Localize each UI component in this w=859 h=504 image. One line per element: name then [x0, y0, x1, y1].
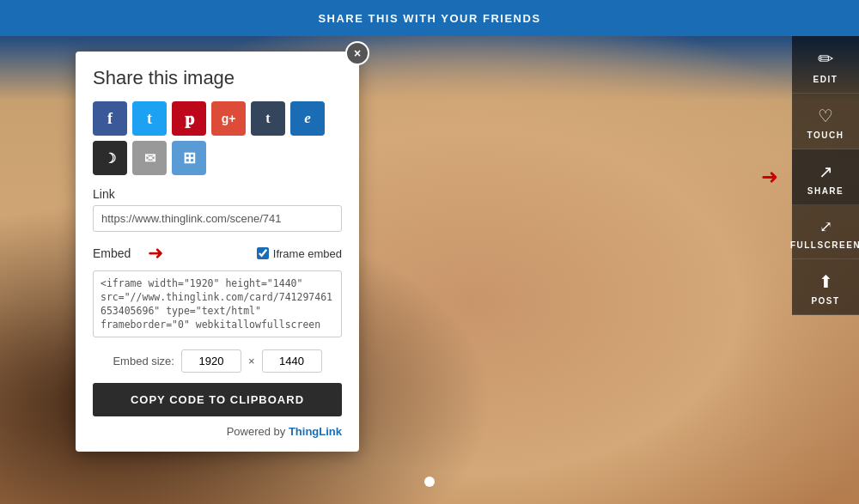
red-arrow-embed: ➜ — [148, 242, 163, 264]
touch-icon: ♡ — [818, 106, 833, 126]
grid-icon[interactable]: ⊞ — [172, 141, 206, 175]
thinglink-brand: ThingLink — [289, 425, 342, 438]
sidebar-item-touch[interactable]: ♡ TOUCH — [792, 94, 859, 149]
sidebar-item-edit[interactable]: ✏ EDIT — [792, 36, 859, 94]
embed-label: Embed — [93, 246, 131, 260]
post-label: POST — [811, 296, 839, 306]
googleplus-icon[interactable]: g+ — [211, 101, 246, 136]
pinterest-icon[interactable]: 𝐩 — [172, 101, 206, 136]
touch-label: TOUCH — [807, 131, 844, 140]
share-panel: × Share this image f t 𝐩 g+ t e ☽ ✉ ⊞ Li… — [76, 52, 359, 452]
iframe-embed-checkbox[interactable] — [257, 247, 269, 259]
moon-icon[interactable]: ☽ — [93, 141, 127, 175]
edit-label: EDIT — [813, 75, 838, 84]
link-label: Link — [93, 187, 342, 201]
powered-by: Powered by ThingLink — [93, 425, 342, 438]
fullscreen-icon: ⤢ — [819, 217, 832, 236]
embed-size-label: Embed size: — [113, 355, 174, 367]
embed-width-input[interactable] — [181, 349, 241, 373]
sidebar-item-post[interactable]: ⬆ POST — [792, 259, 859, 315]
dot-indicator — [424, 477, 435, 487]
email-e-icon[interactable]: e — [290, 101, 325, 136]
red-arrow-share: ➜ — [761, 165, 778, 189]
copy-button[interactable]: COPY CODE TO CLIPBOARD — [93, 383, 342, 416]
share-icon: ↗︎ — [819, 161, 833, 182]
embed-size-row: Embed size: × — [93, 349, 342, 373]
embed-height-input[interactable] — [262, 349, 322, 373]
share-label: SHARE — [807, 186, 844, 196]
right-sidebar: ✏ EDIT ♡ TOUCH ➜ ↗︎ SHARE ⤢ FULLSCREEN ⬆… — [792, 36, 859, 315]
panel-title: Share this image — [93, 67, 342, 89]
size-cross: × — [248, 355, 255, 367]
fullscreen-label: FULLSCREEN — [790, 240, 859, 250]
iframe-embed-label[interactable]: Iframe embed — [273, 247, 342, 260]
link-input[interactable] — [93, 205, 342, 232]
post-icon: ⬆ — [819, 271, 833, 292]
sidebar-item-share[interactable]: ➜ ↗︎ SHARE — [792, 149, 859, 205]
top-bar: SHARE THIS WITH YOUR FRIENDS — [0, 0, 859, 36]
embed-textarea[interactable]: <iframe width="1920" height="1440" src="… — [93, 270, 342, 337]
embed-header: Embed ➜ Iframe embed — [93, 242, 342, 264]
tumblr-icon[interactable]: t — [251, 101, 285, 136]
sidebar-item-fullscreen[interactable]: ⤢ FULLSCREEN — [792, 205, 859, 259]
twitter-icon[interactable]: t — [132, 101, 167, 136]
close-button[interactable]: × — [345, 41, 369, 65]
social-icons-row: f t 𝐩 g+ t e ☽ ✉ ⊞ — [93, 101, 342, 175]
mail-icon[interactable]: ✉ — [132, 141, 167, 175]
facebook-icon[interactable]: f — [93, 101, 127, 136]
iframe-checkbox-container: Iframe embed — [257, 247, 342, 260]
edit-icon: ✏ — [818, 48, 833, 70]
top-bar-text: SHARE THIS WITH YOUR FRIENDS — [318, 12, 540, 25]
